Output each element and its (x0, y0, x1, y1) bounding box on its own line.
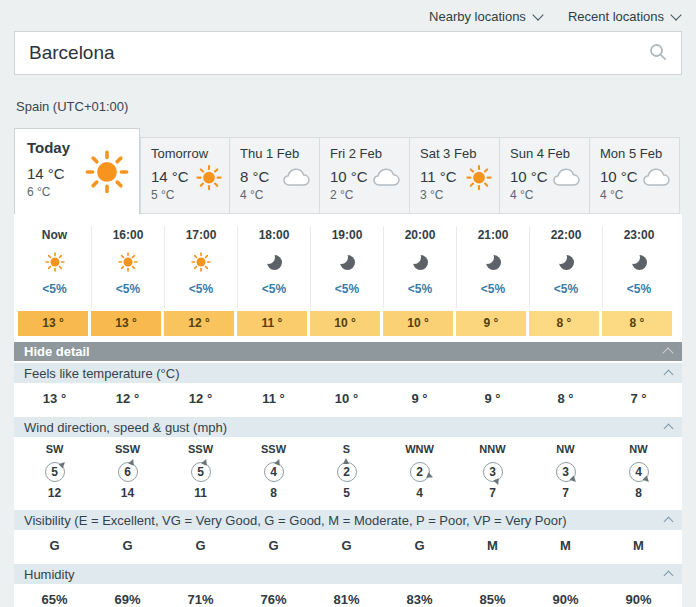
day-tab-thu-1-feb[interactable]: Thu 1 Feb8 °C4 °C (230, 137, 320, 214)
search-input[interactable] (15, 42, 635, 64)
detail-sections: Feels like temperature (°C)13 °12 °12 °1… (14, 363, 682, 607)
feels-like-values-row: 13 °12 °12 °11 °10 °9 °9 °8 °7 ° (14, 383, 682, 415)
visibility-values-row: GGGGGGMMM (14, 530, 682, 562)
wind-gust-value: 7 (456, 486, 529, 500)
day-tab-name: Thu 1 Feb (240, 146, 319, 161)
precipitation-chance: <5% (311, 282, 383, 296)
nearby-locations-link[interactable]: Nearby locations (429, 9, 542, 24)
precipitation-chance: <5% (457, 282, 529, 296)
wind-arrow (620, 454, 657, 491)
temperature-band-cell: 9 ° (456, 311, 526, 336)
recent-locations-label: Recent locations (568, 9, 664, 24)
wind-arrow (257, 455, 291, 489)
precipitation-chance: <5% (238, 282, 310, 296)
wind-arrow-head (200, 458, 208, 466)
recent-locations-link[interactable]: Recent locations (568, 9, 680, 24)
humidity-value: 69% (91, 584, 164, 607)
hour-time-label: 21:00 (457, 228, 529, 242)
hide-detail-toggle[interactable]: Hide detail (14, 342, 682, 361)
hour-col-20-00: 20:00<5% (383, 226, 456, 308)
wind-speed-arrow-icon: 2 (407, 459, 433, 485)
chevron-up-icon (662, 347, 673, 358)
moon-icon (384, 252, 456, 272)
hour-time-label: 16:00 (92, 228, 164, 242)
wind-arrow-head (127, 458, 135, 466)
moon-icon (311, 252, 383, 272)
humidity-value: 81% (310, 584, 383, 607)
visibility-value: G (237, 530, 310, 562)
chevron-up-icon (664, 571, 674, 581)
wind-cell: SW512 (18, 437, 91, 508)
section-header-wind[interactable]: Wind direction, speed & gust (mph) (14, 417, 682, 437)
section-header-humidity[interactable]: Humidity (14, 564, 682, 584)
sun-icon (85, 149, 129, 197)
search-button[interactable] (635, 32, 681, 74)
humidity-value: 71% (164, 584, 237, 607)
moon-icon (632, 255, 647, 270)
section-header-feels-like[interactable]: Feels like temperature (°C) (14, 363, 682, 383)
wind-speed-arrow-icon: 6 (115, 459, 141, 485)
cloud-icon (551, 166, 582, 192)
temperature-band-cell: 10 ° (310, 311, 380, 336)
chevron-up-icon (664, 370, 674, 380)
temperature-band-cell: 8 ° (602, 311, 672, 336)
day-tab-mon-5-feb[interactable]: Mon 5 Feb10 °C4 °C (590, 137, 680, 214)
moon-icon (267, 255, 282, 270)
sun-icon (18, 252, 91, 272)
temperature-band-cell: 8 ° (529, 311, 599, 336)
wind-arrow-head (273, 458, 281, 466)
feels-like-value: 12 ° (164, 383, 237, 415)
hourly-forecast-row: Now<5%16:00<5%17:00<5%18:00<5%19:00<5%20… (14, 214, 682, 308)
wind-cell: NW37 (529, 437, 602, 508)
hour-time-label: 18:00 (238, 228, 310, 242)
wind-speed-arrow-icon: 5 (42, 459, 68, 485)
section-header-visibility[interactable]: Visibility (E = Excellent, VG = Very Goo… (14, 510, 682, 530)
day-tab-name: Tomorrow (151, 146, 229, 161)
wind-gust-value: 11 (164, 486, 237, 500)
wind-values-row: SW512SSW614SSW511SSW48S25WNW24NNW37NW37N… (14, 437, 682, 508)
hour-time-label: Now (18, 228, 91, 242)
cloud-icon (641, 166, 672, 192)
wind-cell: WNW24 (383, 437, 456, 508)
moon-icon (413, 255, 428, 270)
wind-arrow (184, 455, 218, 489)
visibility-value: G (310, 530, 383, 562)
wind-speed-arrow-icon: 5 (188, 459, 214, 485)
wind-speed-arrow-icon: 3 (480, 459, 506, 485)
wind-arrow-head (642, 475, 650, 483)
search-icon (648, 42, 668, 65)
precipitation-chance: <5% (603, 282, 675, 296)
humidity-value: 65% (18, 584, 91, 607)
day-tab-name: Sat 3 Feb (420, 146, 499, 161)
day-tab-sat-3-feb[interactable]: Sat 3 Feb11 °C3 °C (410, 137, 500, 214)
feels-like-value: 8 ° (529, 383, 602, 415)
day-tab-fri-2-feb[interactable]: Fri 2 Feb10 °C2 °C (320, 137, 410, 214)
wind-cell: SSW614 (91, 437, 164, 508)
day-tab-sun-4-feb[interactable]: Sun 4 Feb10 °C4 °C (500, 137, 590, 214)
chevron-down-icon (532, 9, 543, 20)
feels-like-value: 12 ° (91, 383, 164, 415)
visibility-value: G (383, 530, 456, 562)
sun-icon (92, 252, 164, 272)
day-tab-name: Sun 4 Feb (510, 146, 589, 161)
wind-arrow-head (493, 478, 501, 486)
day-tab-tomorrow[interactable]: Tomorrow14 °C5 °C (140, 137, 230, 214)
cloud-icon (281, 166, 312, 192)
moon-icon (457, 252, 529, 272)
humidity-value: 90% (529, 584, 602, 607)
feels-like-value: 7 ° (602, 383, 675, 415)
sun-icon (466, 164, 492, 194)
hour-time-label: 22:00 (530, 228, 602, 242)
humidity-value: 83% (383, 584, 456, 607)
precipitation-chance: <5% (92, 282, 164, 296)
wind-arrow (476, 455, 510, 489)
temperature-band-cell: 12 ° (164, 311, 234, 336)
wind-arrow-head (343, 458, 349, 464)
chevron-down-icon (670, 9, 681, 20)
wind-cell: NW48 (602, 437, 675, 508)
sun-icon (196, 164, 222, 194)
hour-time-label: 20:00 (384, 228, 456, 242)
wind-arrow (36, 454, 73, 491)
day-tab-today[interactable]: Today14 °C6 °C (14, 128, 140, 214)
wind-speed-arrow-icon: 4 (261, 459, 287, 485)
